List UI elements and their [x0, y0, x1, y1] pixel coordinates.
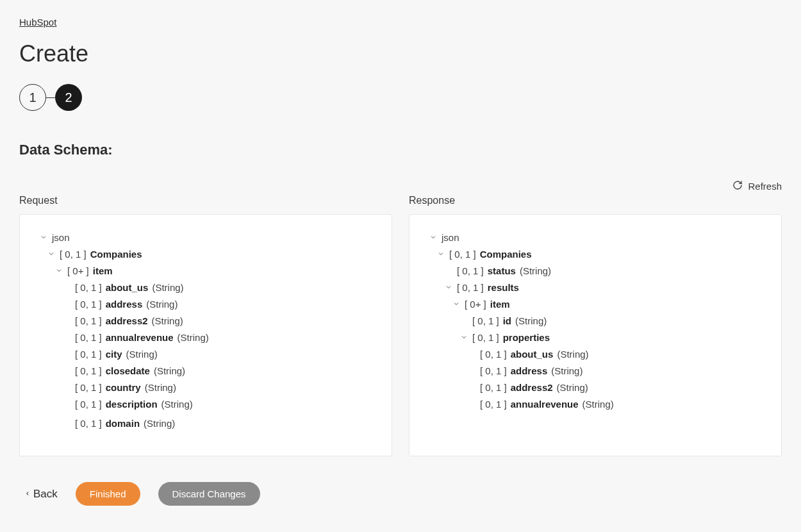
- request-title: Request: [19, 195, 392, 206]
- tree-node-field[interactable]: [ 0, 1 ]closedate(String): [31, 362, 380, 379]
- step-1[interactable]: 1: [19, 84, 46, 111]
- tree-node-field[interactable]: [ 0, 1 ]annualrevenue(String): [421, 395, 770, 412]
- section-title: Data Schema:: [19, 142, 782, 158]
- chevron-down-icon[interactable]: [47, 249, 56, 258]
- finished-button[interactable]: Finished: [76, 482, 140, 506]
- stepper: 1 2: [19, 84, 782, 111]
- tree-node-field[interactable]: [ 0, 1 ]address2(String): [31, 312, 380, 329]
- tree-node-field[interactable]: [ 0, 1 ]country(String): [31, 379, 380, 395]
- tree-node-properties[interactable]: [ 0, 1 ] properties: [421, 329, 770, 345]
- tree-node-json[interactable]: json: [421, 229, 770, 245]
- refresh-label: Refresh: [748, 181, 782, 192]
- chevron-down-icon[interactable]: [54, 266, 63, 275]
- tree-node-field[interactable]: [ 0, 1 ]annualrevenue(String): [31, 329, 380, 345]
- refresh-icon: [732, 180, 743, 192]
- panel-fade: [20, 438, 392, 456]
- response-panel: json [ 0, 1 ] Companies [ 0, 1 ] status …: [409, 214, 782, 456]
- step-2[interactable]: 2: [55, 84, 82, 111]
- tree-node-field[interactable]: [ 0, 1 ]about_us(String): [421, 345, 770, 362]
- tree-node-json[interactable]: json: [31, 229, 380, 245]
- chevron-down-icon[interactable]: [39, 233, 48, 242]
- response-title: Response: [409, 195, 782, 206]
- refresh-button[interactable]: Refresh: [732, 180, 782, 192]
- tree-node-companies[interactable]: [ 0, 1 ] Companies: [421, 245, 770, 262]
- tree-node-field[interactable]: [ 0, 1 ]address(String): [31, 295, 380, 312]
- step-connector: [46, 97, 55, 98]
- chevron-down-icon[interactable]: [429, 233, 438, 242]
- tree-node-results[interactable]: [ 0, 1 ] results: [421, 279, 770, 295]
- tree-node-item[interactable]: [ 0+ ] item: [421, 295, 770, 312]
- tree-node-item[interactable]: [ 0+ ] item: [31, 262, 380, 279]
- tree-node-field[interactable]: [ 0, 1 ]domain(String): [31, 415, 380, 431]
- request-panel: json [ 0, 1 ] Companies [ 0+ ] item [ 0,…: [19, 214, 392, 456]
- tree-node-field[interactable]: [ 0, 1 ]address2(String): [421, 379, 770, 395]
- chevron-left-icon: [24, 488, 31, 501]
- tree-node-id[interactable]: [ 0, 1 ] id (String): [421, 312, 770, 329]
- tree-node-companies[interactable]: [ 0, 1 ] Companies: [31, 245, 380, 262]
- chevron-down-icon[interactable]: [459, 333, 468, 342]
- chevron-down-icon[interactable]: [452, 299, 461, 308]
- page-title: Create: [19, 40, 782, 67]
- tree-node-field[interactable]: [ 0, 1 ]about_us(String): [31, 279, 380, 295]
- tree-node-field[interactable]: [ 0, 1 ]city(String): [31, 345, 380, 362]
- breadcrumb[interactable]: HubSpot: [19, 17, 56, 28]
- tree-node-field[interactable]: [ 0, 1 ]address(String): [421, 362, 770, 379]
- panel-fade: [409, 438, 781, 456]
- chevron-down-icon[interactable]: [444, 283, 453, 292]
- tree-node-status[interactable]: [ 0, 1 ] status (String): [421, 262, 770, 279]
- tree-node-field[interactable]: [ 0, 1 ]description(String): [31, 395, 380, 412]
- chevron-down-icon[interactable]: [436, 249, 445, 258]
- back-button[interactable]: Back: [24, 488, 58, 501]
- discard-changes-button[interactable]: Discard Changes: [158, 482, 260, 506]
